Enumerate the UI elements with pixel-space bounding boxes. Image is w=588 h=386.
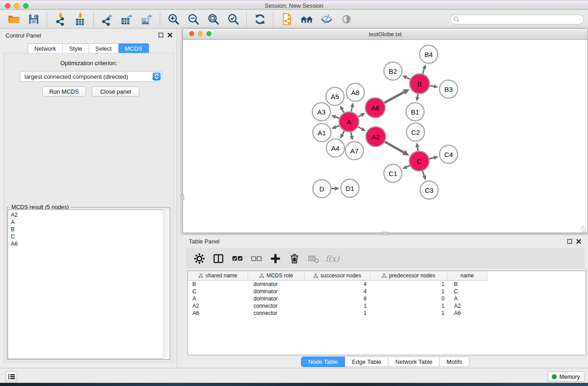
table-cell[interactable]: C [447, 288, 488, 295]
table-cell[interactable]: dominator [248, 281, 305, 288]
tab-style[interactable]: Style [63, 43, 89, 53]
save-session-button[interactable] [24, 11, 43, 27]
optimization-criterion-select[interactable]: largest connected component (directed) [20, 71, 162, 82]
mcds-result-item[interactable]: A2 [8, 211, 169, 219]
table-cell[interactable]: connector [248, 302, 305, 310]
tab-select[interactable]: Select [89, 43, 119, 53]
edge-C-C4[interactable] [429, 157, 434, 158]
column-header-mcds-role[interactable]: MCDS role [248, 271, 305, 281]
table-cell[interactable]: A6 [447, 310, 488, 317]
table-cell[interactable]: A [188, 295, 248, 302]
edge-A2-C[interactable] [385, 142, 404, 152]
table-cell[interactable]: B [447, 281, 488, 288]
edge-A-A8[interactable] [351, 107, 352, 111]
horizontal-splitter-grip[interactable] [382, 232, 388, 235]
refresh-button[interactable] [250, 11, 270, 27]
table-cell[interactable]: 4 [305, 281, 370, 288]
column-header-predecessor-nodes[interactable]: predecessor nodes [370, 271, 447, 281]
table-cell[interactable]: B [188, 281, 248, 288]
close-table-panel-icon[interactable] [576, 238, 582, 244]
zoom-out-button[interactable] [183, 11, 203, 27]
edge-A-A7[interactable] [351, 132, 352, 136]
table-cell[interactable]: connector [248, 310, 305, 317]
edge-B-B3[interactable] [430, 86, 434, 86]
table-cell[interactable]: 1 [370, 288, 447, 295]
close-panel-button[interactable]: Close panel [92, 86, 139, 97]
search-input[interactable] [450, 14, 584, 24]
import-network-button[interactable] [50, 11, 70, 27]
table-row[interactable]: Adominator80A [188, 295, 586, 302]
table-cell[interactable]: 1 [305, 310, 370, 317]
column-header-name[interactable]: name [447, 271, 488, 281]
table-cell[interactable]: 0 [370, 295, 447, 302]
network-canvas[interactable]: B4B2BB3A5A8A6A3B1AA1C2A2A4A7C4CC1C3DD1 [183, 40, 588, 233]
table-cell[interactable]: 4 [305, 288, 370, 295]
edge-B-B1[interactable] [417, 94, 418, 97]
export-network-button[interactable] [97, 11, 117, 27]
edge-A-A6[interactable] [358, 115, 361, 117]
select-all-button[interactable] [229, 250, 246, 267]
network-window-titlebar[interactable]: testGlobe.txt [183, 29, 588, 40]
open-session-button[interactable] [4, 11, 24, 27]
edge-C-C2[interactable] [417, 147, 418, 151]
table-cell[interactable]: A6 [188, 310, 248, 317]
task-history-button[interactable] [5, 372, 17, 382]
show-hidden-button[interactable] [336, 11, 356, 27]
add-column-button[interactable] [267, 250, 284, 267]
table-cell[interactable]: 1 [370, 302, 447, 310]
column-header-shared-name[interactable]: shared name [188, 271, 248, 281]
hide-selected-button[interactable] [316, 11, 336, 27]
table-cell[interactable]: 1 [370, 310, 447, 317]
edge-A-A2[interactable] [358, 127, 362, 129]
mcds-result-item[interactable]: B [8, 226, 169, 233]
edge-B-B2[interactable] [406, 77, 410, 79]
network-from-selection-button[interactable] [277, 11, 296, 27]
mcds-result-item[interactable]: C [8, 233, 169, 240]
table-row[interactable]: A6connector11A6 [188, 310, 586, 317]
window-resize-grip[interactable] [581, 226, 587, 232]
network-graph[interactable]: B4B2BB3A5A8A6A3B1AA1C2A2A4A7C4CC1C3DD1 [183, 40, 588, 233]
split-view-button[interactable] [210, 250, 227, 267]
edge-A-A1[interactable] [336, 126, 339, 127]
tab-edge-table[interactable]: Edge Table [345, 357, 388, 367]
tab-network[interactable]: Network [28, 43, 63, 53]
run-mcds-button[interactable]: Run MCDS [42, 86, 86, 97]
edge-B-B4[interactable] [423, 69, 425, 74]
column-header-successor-nodes[interactable]: successor nodes [305, 271, 370, 281]
edge-C-C1[interactable] [406, 166, 410, 167]
table-cell[interactable]: A2 [447, 302, 488, 310]
deselect-all-button[interactable] [248, 250, 265, 267]
home-button[interactable] [296, 11, 316, 27]
import-table-button[interactable] [70, 11, 90, 27]
edge-A6-B[interactable] [384, 92, 404, 103]
zoom-selected-button[interactable] [223, 11, 243, 27]
table-cell[interactable]: dominator [248, 295, 305, 302]
memory-button[interactable]: Memory [548, 372, 585, 382]
close-panel-icon[interactable] [167, 32, 173, 38]
edge-C-C3[interactable] [422, 171, 424, 176]
mcds-result-item[interactable]: A [8, 219, 169, 226]
float-table-panel-icon[interactable] [567, 238, 573, 244]
mcds-result-scrollbar[interactable] [163, 210, 169, 359]
tab-network-table[interactable]: Network Table [388, 357, 440, 367]
table-cell[interactable]: 1 [305, 302, 370, 310]
table-cell[interactable]: C [188, 288, 248, 295]
tab-motifs[interactable]: Motifs [440, 357, 469, 367]
table-cell[interactable]: dominator [248, 288, 305, 295]
edge-A-A5[interactable] [342, 110, 344, 113]
zoom-in-button[interactable] [163, 11, 183, 27]
tab-mcds[interactable]: MCDS [119, 43, 149, 53]
table-options-button[interactable] [191, 250, 208, 267]
mcds-result-item[interactable]: A6 [8, 240, 169, 248]
table-row[interactable]: Cdominator41C [188, 288, 586, 295]
tab-node-table[interactable]: Node Table [301, 357, 345, 367]
float-panel-icon[interactable] [158, 32, 164, 38]
vertical-splitter-grip[interactable] [181, 195, 184, 200]
edge-A-A4[interactable] [342, 131, 344, 134]
delete-column-button[interactable] [286, 250, 303, 267]
function-builder-button[interactable]: f(x) [324, 250, 341, 267]
export-table-button[interactable] [117, 11, 137, 27]
table-row[interactable]: A2connector11A2 [188, 302, 586, 310]
export-image-button[interactable] [137, 11, 157, 27]
delete-table-button[interactable] [305, 250, 322, 267]
